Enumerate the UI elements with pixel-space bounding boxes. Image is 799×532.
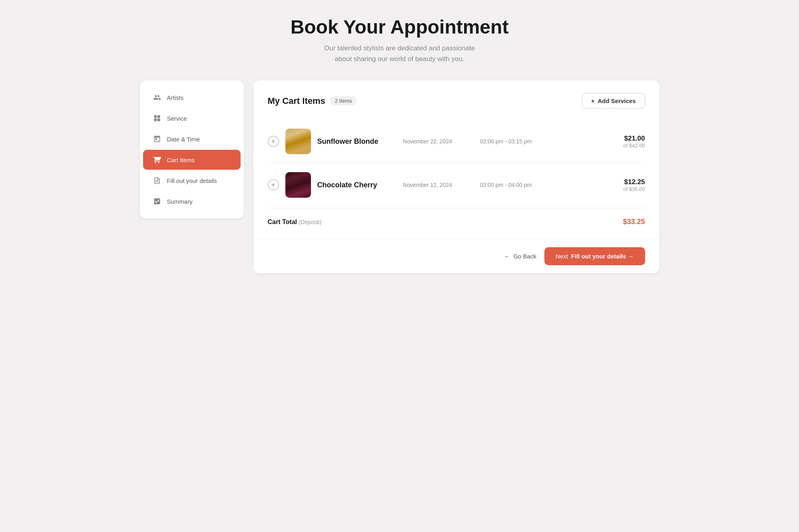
checklist-icon [153,197,161,206]
item-expand-button-1[interactable]: + [268,136,279,147]
item-price-1: $21.00 of $42.00 [623,135,645,149]
add-services-label: Add Services [598,97,636,104]
document-icon [153,176,161,185]
main-content: My Cart Items 2 Items + Add Services + S… [253,80,660,273]
item-time-2: 03:00 pm - 04:00 pm [466,182,546,188]
item-price-2: $12.25 of $35.00 [623,178,645,192]
item-name-1: Sunflower Blonde [317,137,389,146]
go-back-label: Go Back [513,253,536,260]
cart-header: My Cart Items 2 Items + Add Services [268,93,645,109]
cart-total-deposit: (Deposit) [299,219,321,225]
cart-total-amount: $33.25 [623,218,645,226]
go-back-arrow-icon: ← [504,253,510,260]
page-subtitle: Our talented stylists are dedicated and … [8,43,791,64]
sidebar-item-service-label: Service [167,115,187,122]
item-image-sunflower-blonde [285,129,311,154]
content-footer: ← Go Back Next Fill out your details → [253,239,660,273]
sidebar-item-summary[interactable]: Summary [143,191,241,211]
grid-icon [153,114,161,123]
sidebar-item-artists-label: Artists [167,94,184,101]
sidebar-item-datetime[interactable]: Date & Time [143,129,241,149]
cart-icon [153,155,161,164]
go-back-button[interactable]: ← Go Back [504,253,536,260]
people-icon [153,93,161,102]
sidebar-item-service[interactable]: Service [143,108,241,128]
cart-total-label: Cart Total [268,218,297,225]
page-header: Book Your Appointment Our talented styli… [8,16,791,64]
items-badge: 2 Items [330,96,357,105]
sidebar-item-summary-label: Summary [167,198,193,205]
main-layout: Artists Service Date & Time [140,80,660,273]
item-image-chocolate-cherry [285,172,311,198]
cart-title-group: My Cart Items 2 Items [268,96,357,106]
next-prefix-label: Next [556,253,568,260]
sidebar-item-fill-details-label: Fill out your details [167,177,217,184]
item-price-main-2: $12.25 [623,178,645,186]
add-services-plus-icon: + [591,97,595,104]
sidebar-item-cart-items[interactable]: Cart Items [143,150,241,170]
item-date-1: November 22, 2024 [396,138,460,145]
calendar-icon [153,135,161,143]
item-price-main-1: $21.00 [623,135,645,143]
sidebar: Artists Service Date & Time [140,80,244,218]
sidebar-item-datetime-label: Date & Time [167,136,200,143]
item-time-1: 02:00 pm - 03:15 pm [466,138,546,145]
cart-item-chocolate-cherry: + Chocolate Cherry November 12, 2024 03:… [268,163,645,207]
next-fill-details-label: Fill out your details → [571,253,634,260]
sidebar-item-artists[interactable]: Artists [143,87,241,107]
cart-title: My Cart Items [268,96,325,106]
cart-total-row: Cart Total (Deposit) $33.25 [268,208,645,226]
add-services-button[interactable]: + Add Services [582,93,645,109]
next-button[interactable]: Next Fill out your details → [544,247,645,265]
item-expand-button-2[interactable]: + [268,179,279,191]
item-price-of-1: of $42.00 [623,143,645,149]
item-date-2: November 12, 2024 [396,182,460,188]
sidebar-item-cart-label: Cart Items [167,157,195,163]
cart-item-sunflower-blonde: + Sunflower Blonde November 22, 2024 02:… [268,120,645,163]
content-area: My Cart Items 2 Items + Add Services + S… [253,80,660,239]
cart-total-label-group: Cart Total (Deposit) [268,218,322,226]
item-price-of-2: of $35.00 [623,186,645,192]
item-name-2: Chocolate Cherry [317,181,389,189]
sidebar-item-fill-details[interactable]: Fill out your details [143,171,241,191]
page-title: Book Your Appointment [8,16,791,38]
